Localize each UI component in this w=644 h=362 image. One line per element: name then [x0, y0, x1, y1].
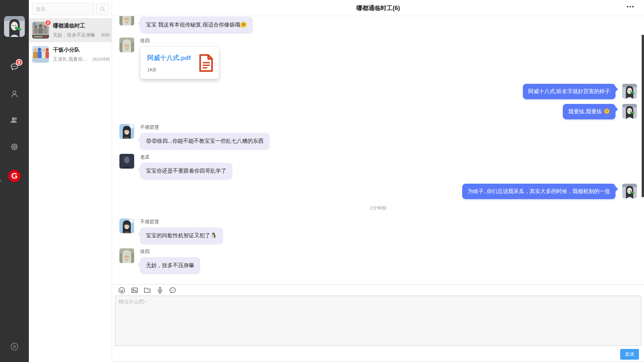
chat-panel: 哪都通临时工(6) 宝宝 我这有本祖传秘笈,很适合你修炼哦🤗 徐四 [112, 0, 644, 362]
conversation-item[interactable]: 干饭小分队 王道长,我看你才… 26分钟前 [29, 42, 112, 66]
time-divider: 1分钟前 [112, 205, 644, 211]
unread-badge: 2 [45, 19, 51, 26]
profile-avatar[interactable] [4, 16, 25, 37]
message-row: 为啥子..你们总说我呆瓜，其实大多的时候，我都机制的一批 [119, 184, 637, 199]
chat-dots-icon [169, 286, 177, 294]
panel-collapse-arrow[interactable]: › [0, 178, 2, 183]
image-button[interactable] [129, 285, 140, 295]
sidebar-rail: 2 G [0, 0, 29, 362]
message-bubble: 😡😡徐四...你能不能不教宝宝一些乱七八糟的东西 [140, 133, 269, 149]
app-window: 2 G [0, 0, 644, 362]
sender-name: 徐四 [140, 249, 150, 254]
message-row: 徐四 阿威十八式.pdf 1KB [119, 38, 637, 79]
image-icon [130, 286, 139, 294]
close-button[interactable] [10, 342, 19, 351]
file-card[interactable]: 阿威十八式.pdf 1KB [140, 47, 219, 79]
search-button[interactable] [96, 3, 109, 15]
conversation-texts: 哪都通临时工 无妨，技多不压身嘛 刚刚 [53, 22, 110, 38]
conversation-time: 刚刚 [101, 32, 110, 38]
app-logo-g[interactable]: G [8, 170, 20, 182]
conversation-item[interactable]: 2 哪都通临时工 无妨，技多不压身嘛 刚刚 [29, 18, 112, 42]
message-row: 宝宝 我这有本祖传秘笈,很适合你修炼哦🤗 [119, 17, 637, 33]
sender-name: 老孟 [140, 154, 150, 160]
folder-icon [143, 286, 151, 294]
message-bubble: 宝宝的间歇性机智证又犯了🐧 [140, 228, 223, 244]
pdf-file-icon [198, 54, 213, 72]
sidebar-item-groups[interactable] [10, 116, 19, 124]
folder-button[interactable] [142, 285, 152, 295]
avatar-xusi[interactable] [119, 38, 134, 52]
conversation-title: 哪都通临时工 [53, 22, 110, 29]
avatar-group-ganfan [32, 46, 49, 63]
message-row: 老孟 宝宝你还是不要跟着你四哥乱学了 [119, 154, 637, 179]
message-bubble: 为啥子..你们总说我呆瓜，其实大多的时候，我都机制的一批 [462, 184, 615, 199]
sender-name: 不摇碧莲 [140, 124, 159, 130]
message-bubble: 宝宝 我这有本祖传秘笈,很适合你修炼哦🤗 [140, 17, 253, 33]
sender-name: 不摇碧莲 [140, 219, 159, 225]
file-name: 阿威十八式.pdf [147, 54, 198, 62]
send-button[interactable]: 发送 [620, 349, 639, 360]
search-input[interactable] [32, 3, 94, 15]
message-bubble: 我要练,我要练 🫠 [563, 104, 615, 119]
chat-title: 哪都通临时工(6) [112, 0, 644, 16]
avatar-laomeng[interactable] [119, 154, 134, 169]
message-row: 徐四 无妨，技多不压身嘛 [119, 248, 637, 274]
composer: 发送 [112, 284, 644, 362]
person-icon [10, 89, 19, 98]
file-meta: 阿威十八式.pdf 1KB [147, 53, 198, 79]
avatar-baobao [4, 16, 25, 37]
sidebar-item-chats[interactable]: 2 [10, 63, 19, 71]
avatar-xusi[interactable] [119, 16, 134, 25]
gear-icon [10, 142, 19, 151]
message-style-button[interactable] [168, 285, 178, 295]
chat-header: 哪都通临时工(6) [112, 0, 644, 16]
conversation-preview: 无妨，技多不压身嘛 [53, 32, 100, 38]
conversation-title: 干饭小分队 [53, 47, 110, 53]
sidebar-item-contacts[interactable] [10, 89, 19, 98]
sidebar-item-settings[interactable] [10, 142, 19, 151]
chat-unread-badge: 2 [16, 59, 22, 66]
file-size: 1KB [147, 67, 198, 72]
message-bubble: 阿威十八式,听名字就好厉害的样子 [523, 84, 615, 99]
message-row: 我要练,我要练 🫠 [119, 104, 637, 119]
avatar-xusi[interactable] [119, 248, 134, 263]
avatar-baobao[interactable] [622, 184, 637, 198]
message-bubble: 无妨，技多不压身嘛 [140, 257, 200, 274]
conversation-avatar: 2 [32, 22, 49, 39]
conversation-texts: 干饭小分队 王道长,我看你才… 26分钟前 [53, 47, 110, 62]
sender-name: 徐四 [140, 38, 150, 44]
avatar-baobao[interactable] [622, 104, 637, 119]
message-input[interactable] [115, 296, 641, 346]
more-menu-button[interactable] [625, 4, 635, 9]
message-area: 宝宝 我这有本祖传秘笈,很适合你修炼哦🤗 徐四 阿威十八式.pdf 1KB [112, 16, 644, 284]
search-bar [29, 0, 112, 18]
conversation-time: 26分钟前 [92, 56, 110, 62]
conversation-list-panel: 2 哪都通临时工 无妨，技多不压身嘛 刚刚 干饭小分队 王道长,我看你才… 26… [29, 0, 112, 362]
close-circle-icon [10, 342, 19, 351]
avatar-bilian[interactable] [119, 219, 134, 233]
avatar-baobao[interactable] [622, 84, 637, 99]
conversation-preview: 王道长,我看你才… [53, 56, 91, 62]
search-icon [99, 6, 106, 12]
voice-button[interactable] [155, 285, 165, 295]
send-bar: 发送 [112, 346, 644, 362]
emoji-icon [118, 286, 126, 294]
more-dots-icon [627, 5, 634, 8]
composer-toolbar [112, 285, 644, 296]
message-row: 阿威十八式,听名字就好厉害的样子 [119, 84, 637, 99]
group-icon [10, 116, 19, 124]
message-row: 不摇碧莲 😡😡徐四...你能不能不教宝宝一些乱七八糟的东西 [119, 124, 637, 149]
conversation-avatar [32, 46, 49, 63]
emoji-button[interactable] [117, 285, 127, 295]
avatar-bilian[interactable] [119, 124, 134, 139]
message-bubble: 宝宝你还是不要跟着你四哥乱学了 [140, 163, 232, 179]
message-row: 不摇碧莲 宝宝的间歇性机智证又犯了🐧 [119, 219, 637, 244]
scrollbar-thumb[interactable] [642, 35, 644, 197]
microphone-icon [156, 286, 164, 294]
